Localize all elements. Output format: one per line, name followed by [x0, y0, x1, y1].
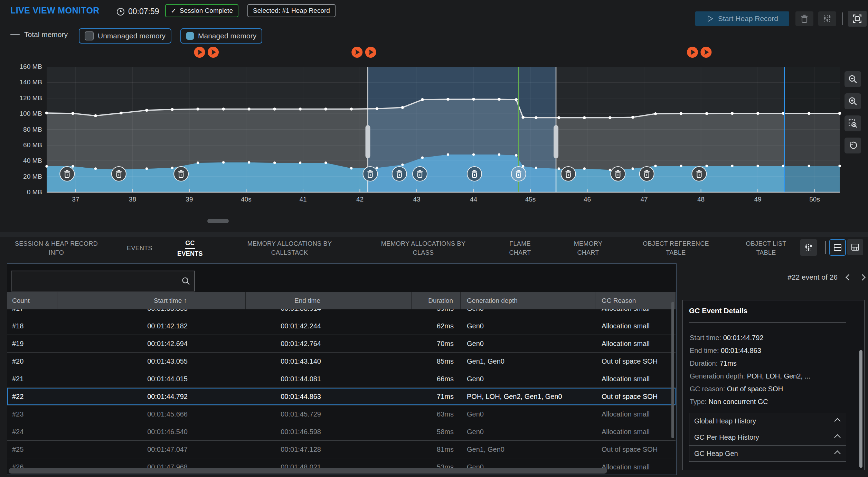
sliders-icon: [804, 243, 813, 252]
tab-object-reference-table[interactable]: OBJECT REFERENCETABLE: [643, 237, 709, 259]
tab-events[interactable]: EVENTS: [127, 237, 152, 259]
search-box: [11, 271, 195, 291]
tabbar-divider: [825, 241, 826, 254]
zoom-out-button[interactable]: [845, 71, 861, 87]
column-header-start-time[interactable]: Start time ↑: [57, 292, 246, 309]
detail-field-label: Duration:: [690, 359, 720, 367]
gc-event-marker[interactable]: [363, 167, 377, 181]
table-vertical-scrollbar[interactable]: [671, 302, 674, 438]
detail-field-value: Non concurrent GC: [708, 398, 768, 405]
table-cell: Gen0: [461, 309, 595, 317]
layout-split-horizontal-button[interactable]: [829, 239, 846, 256]
heap-record-marker-icon[interactable]: [194, 47, 205, 58]
table-row[interactable]: #2000:01:43.05500:01:43.14085msGen1, Gen…: [7, 353, 676, 370]
tab-label-line: CHART: [577, 248, 599, 257]
x-axis-tick-label: 44: [470, 196, 477, 203]
grid-layout-icon: [851, 243, 860, 252]
gc-event-marker[interactable]: [413, 167, 427, 181]
gc-event-marker[interactable]: [112, 167, 126, 181]
table-row[interactable]: #1900:01:42.69400:01:42.76470msGen0Alloc…: [7, 335, 676, 353]
layout-grid-button[interactable]: [847, 239, 863, 255]
tab-label-line: INFO: [49, 248, 64, 257]
reset-zoom-button[interactable]: [845, 138, 861, 153]
search-icon[interactable]: [181, 277, 190, 286]
detail-field-label: Start time:: [690, 334, 723, 342]
column-header-gc-reason[interactable]: GC Reason: [595, 292, 676, 309]
detail-field-value: 00:01:44.863: [721, 347, 761, 354]
table-row[interactable]: #1700:01:38.85500:01:38.91459msGen0Alloc…: [7, 309, 676, 317]
table-cell: 00:01:42.244: [246, 317, 412, 335]
tab-label-line: FLAME: [509, 239, 531, 248]
details-scrollbar[interactable]: [859, 350, 862, 468]
section-header-global-heap-history[interactable]: Global Heap History: [689, 413, 846, 429]
table-row[interactable]: #2400:01:46.54000:01:46.59858msGen0Alloc…: [7, 423, 676, 441]
heap-record-marker-icon[interactable]: [351, 47, 362, 58]
table-cell: 00:01:38.855: [57, 309, 246, 317]
memory-chart[interactable]: [0, 0, 868, 230]
tab-session-heap-record-info[interactable]: SESSION & HEAP RECORDINFO: [15, 237, 98, 259]
tab-memory-allocations-by-class[interactable]: MEMORY ALLOCATIONS BYCLASS: [381, 237, 465, 259]
bottom-tab-bar: SESSION & HEAP RECORDINFOEVENTSGCEVENTSM…: [0, 237, 868, 259]
chart-horizontal-scrollbar[interactable]: [207, 219, 229, 223]
tab-label-line: CHART: [509, 248, 531, 257]
heap-record-marker-icon[interactable]: [700, 47, 711, 58]
table-cell: 59ms: [412, 309, 461, 317]
event-pager-text: #22 event of 26: [787, 273, 838, 281]
table-cell: 00:01:42.182: [57, 317, 246, 335]
heap-record-marker-icon[interactable]: [687, 47, 698, 58]
table-cell: #18: [7, 317, 57, 335]
search-input[interactable]: [11, 271, 181, 291]
table-row[interactable]: #2500:01:47.04700:01:47.12881msGen1, Gen…: [7, 441, 676, 458]
table-cell: Out of space SOH: [595, 353, 658, 370]
gc-event-marker[interactable]: [392, 167, 407, 181]
table-cell: Out of space SOH: [595, 441, 658, 458]
next-event-button[interactable]: [859, 274, 865, 280]
table-cell: 71ms: [412, 388, 461, 405]
table-row[interactable]: #2300:01:45.66600:01:45.72963msGen0Alloc…: [7, 405, 676, 423]
detail-field-label: End time:: [690, 347, 721, 354]
table-row[interactable]: #2200:01:44.79200:01:44.86371msPOH, LOH,…: [7, 388, 676, 405]
tab-memory-allocations-by-callstack[interactable]: MEMORY ALLOCATIONS BYCALLSTACK: [247, 237, 332, 259]
gc-event-marker[interactable]: [640, 167, 654, 181]
gc-event-marker[interactable]: [511, 167, 526, 181]
table-cell: #17: [7, 309, 57, 317]
table-cell: Allocation small: [595, 423, 658, 440]
gc-event-marker[interactable]: [692, 167, 706, 181]
section-header-gc-per-heap-history[interactable]: GC Per Heap History: [689, 429, 846, 446]
heap-record-marker-icon[interactable]: [208, 47, 219, 58]
gc-event-marker[interactable]: [467, 167, 482, 181]
column-header-end-time[interactable]: End time: [246, 292, 412, 309]
tab-gc-events[interactable]: GCEVENTS: [177, 237, 203, 259]
table-horizontal-scrollbar[interactable]: [9, 468, 607, 474]
column-header-duration[interactable]: Duration: [412, 292, 461, 309]
detail-field-value: 71ms: [720, 359, 737, 367]
tab-memory-chart[interactable]: MEMORYCHART: [574, 237, 602, 259]
y-axis-tick-label: 80 MB: [0, 126, 42, 133]
zoom-in-button[interactable]: [845, 93, 861, 109]
table-settings-button[interactable]: [800, 239, 817, 256]
split-horizontal-icon: [833, 243, 842, 252]
section-header-gc-heap-gen[interactable]: GC Heap Gen: [689, 445, 846, 462]
zoom-to-selection-button[interactable]: [845, 115, 861, 131]
tab-flame-chart[interactable]: FLAMECHART: [509, 237, 531, 259]
tab-label-line: MEMORY ALLOCATIONS BY: [381, 239, 465, 248]
tab-label-line: EVENTS: [177, 249, 203, 258]
tab-label-line: TABLE: [756, 248, 776, 257]
table-row[interactable]: #1800:01:42.18200:01:42.24462msGen0Alloc…: [7, 317, 676, 335]
table-cell: #21: [7, 370, 57, 387]
tab-object-list-table[interactable]: OBJECT LISTTABLE: [746, 237, 786, 259]
table-cell: 00:01:47.128: [246, 441, 412, 458]
tab-label-line: EVENTS: [127, 244, 152, 253]
previous-event-button[interactable]: [846, 274, 852, 280]
heap-record-marker-icon[interactable]: [365, 47, 376, 58]
gc-event-marker[interactable]: [60, 167, 74, 181]
tab-label-line: OBJECT REFERENCE: [643, 239, 709, 248]
column-header-generation-depth[interactable]: Generation depth: [461, 292, 595, 309]
table-row[interactable]: #2100:01:44.01500:01:44.08166msGen0Alloc…: [7, 370, 676, 388]
gc-event-marker[interactable]: [611, 167, 625, 181]
table-cell: 70ms: [412, 335, 461, 352]
gc-event-marker[interactable]: [561, 167, 576, 181]
table-cell: 00:01:45.666: [57, 405, 246, 423]
gc-event-marker[interactable]: [174, 167, 188, 181]
column-header-count[interactable]: Count: [7, 292, 57, 309]
